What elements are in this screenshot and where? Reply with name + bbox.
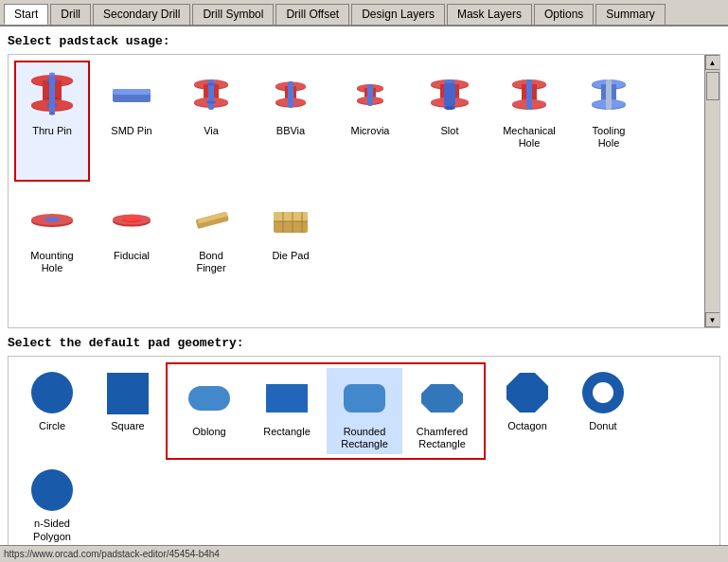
svg-rect-71 <box>266 384 308 413</box>
svg-point-10 <box>49 113 55 115</box>
chamfered-rectangle-shape <box>414 372 471 424</box>
bond-finger-icon <box>183 191 240 248</box>
tab-bar: Start Drill Secondary Drill Drill Symbol… <box>0 0 728 26</box>
mounting-hole-icon <box>24 191 80 248</box>
svg-point-39 <box>444 79 455 83</box>
scrollbar-up-button[interactable]: ▲ <box>705 55 720 70</box>
tab-drill-offset[interactable]: Drill Offset <box>275 4 349 25</box>
svg-point-40 <box>444 106 455 110</box>
scrollbar-down-button[interactable]: ▼ <box>705 312 720 327</box>
svg-point-76 <box>593 382 613 403</box>
geometry-item-rectangle[interactable]: Rectangle <box>249 368 325 454</box>
bond-finger-label: BondFinger <box>196 250 225 274</box>
padstack-item-bond-finger[interactable]: BondFinger <box>173 185 249 307</box>
rounded-rectangle-shape <box>336 372 393 424</box>
smd-pin-label: SMD Pin <box>111 125 151 137</box>
mounting-hole-label: MountingHole <box>30 250 73 274</box>
svg-rect-26 <box>288 81 293 108</box>
main-content: Select padstack usage: <box>0 26 728 562</box>
donut-shape <box>575 366 631 418</box>
tab-drill[interactable]: Drill <box>50 4 91 25</box>
thru-pin-label: Thru Pin <box>32 125 72 137</box>
padstack-header: Select padstack usage: <box>8 34 720 48</box>
padstack-item-smd-pin[interactable]: SMD Pin <box>94 61 169 182</box>
via-label: Via <box>204 125 219 137</box>
padstack-grid: Thru Pin SMD Pin <box>14 61 714 307</box>
geometry-item-octagon[interactable]: Octagon <box>489 362 565 436</box>
padstack-item-slot[interactable]: Slot <box>412 61 488 182</box>
oblong-label: Oblong <box>192 426 225 438</box>
thru-pin-icon <box>24 66 80 123</box>
svg-point-68 <box>31 372 73 413</box>
svg-point-77 <box>31 469 73 511</box>
padstack-item-microvia[interactable]: Microvia <box>332 61 408 182</box>
geometry-item-square[interactable]: Square <box>90 362 166 436</box>
padstack-item-fiducial[interactable]: Fiducial <box>94 185 169 307</box>
donut-label: Donut <box>589 420 616 432</box>
fiducial-label: Fiducial <box>114 250 150 262</box>
svg-rect-46 <box>526 79 532 110</box>
selected-geometry-group: Oblong Rectangle <box>166 362 486 460</box>
tab-start[interactable]: Start <box>4 4 48 25</box>
svg-rect-8 <box>49 74 55 114</box>
bbvia-label: BBVia <box>276 125 305 137</box>
svg-point-20 <box>206 101 216 104</box>
mechanical-hole-label: MechanicalHole <box>503 125 556 149</box>
padstack-item-tooling-hole[interactable]: ToolingHole <box>571 61 647 182</box>
microvia-label: Microvia <box>351 125 390 137</box>
geometry-item-donut[interactable]: Donut <box>565 362 641 436</box>
svg-rect-63 <box>274 212 308 221</box>
die-pad-icon <box>262 191 319 248</box>
svg-point-59 <box>122 216 141 221</box>
mechanical-hole-icon <box>501 66 558 123</box>
rounded-rectangle-label: RoundedRectangle <box>341 426 388 450</box>
via-icon <box>183 66 240 123</box>
oblong-shape <box>181 372 238 424</box>
geometry-header: Select the default pad geometry: <box>8 336 720 350</box>
svg-marker-73 <box>421 384 463 413</box>
tab-summary[interactable]: Summary <box>595 4 665 25</box>
svg-point-9 <box>49 73 55 76</box>
tab-options[interactable]: Options <box>534 4 594 25</box>
geometry-section: Circle Square <box>8 356 720 562</box>
status-text: https://www.orcad.com/padstack-editor/45… <box>4 549 220 559</box>
svg-marker-74 <box>506 373 548 413</box>
rectangle-shape <box>258 372 315 424</box>
padstack-item-die-pad[interactable]: Die Pad <box>253 185 328 307</box>
n-sided-polygon-label: n-SidedPolygon <box>33 518 71 542</box>
tab-mask-layers[interactable]: Mask Layers <box>447 4 532 25</box>
svg-rect-72 <box>344 384 385 413</box>
geometry-item-chamfered-rectangle[interactable]: ChamferedRectangle <box>404 368 480 454</box>
circle-shape <box>24 366 80 418</box>
tab-secondary-drill[interactable]: Secondary Drill <box>93 4 190 25</box>
padstack-item-thru-pin[interactable]: Thru Pin <box>14 61 90 182</box>
scrollbar-thumb[interactable] <box>706 72 719 100</box>
status-bar: https://www.orcad.com/padstack-editor/45… <box>0 545 728 562</box>
padstack-item-mounting-hole[interactable]: MountingHole <box>14 185 90 307</box>
tab-design-layers[interactable]: Design Layers <box>351 4 445 25</box>
padstack-scrollbar[interactable]: ▲ ▼ <box>704 55 719 327</box>
geometry-item-rounded-rectangle[interactable]: RoundedRectangle <box>327 368 402 454</box>
rectangle-label: Rectangle <box>263 426 311 438</box>
circle-label: Circle <box>39 420 65 432</box>
svg-rect-32 <box>367 84 373 106</box>
fiducial-icon <box>103 191 160 248</box>
padstack-section: Thru Pin SMD Pin <box>8 54 720 328</box>
microvia-icon <box>342 66 399 123</box>
smd-pin-icon <box>103 66 160 123</box>
svg-point-55 <box>44 218 60 222</box>
padstack-item-via[interactable]: Via <box>173 61 249 182</box>
die-pad-label: Die Pad <box>272 250 309 262</box>
svg-point-19 <box>206 83 216 86</box>
tab-drill-symbol[interactable]: Drill Symbol <box>192 4 274 25</box>
square-shape <box>99 366 156 418</box>
slot-icon <box>421 66 478 123</box>
padstack-item-bbvia[interactable]: BBVia <box>253 61 328 182</box>
geometry-item-oblong[interactable]: Oblong <box>171 368 247 454</box>
svg-rect-69 <box>107 373 149 414</box>
svg-rect-12 <box>113 89 151 95</box>
padstack-item-mechanical-hole[interactable]: MechanicalHole <box>491 61 567 182</box>
geometry-item-circle[interactable]: Circle <box>14 362 90 436</box>
svg-rect-70 <box>188 386 230 411</box>
geometry-item-n-sided-polygon[interactable]: n-SidedPolygon <box>14 460 90 546</box>
